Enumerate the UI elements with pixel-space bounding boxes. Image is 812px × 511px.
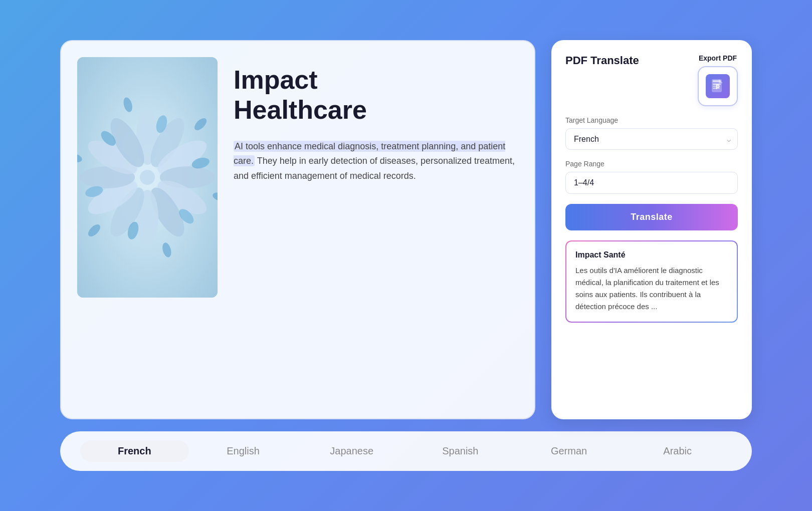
document-body: AI tools enhance medical diagnosis, trea… (234, 139, 518, 184)
document-content: Impact Healthcare AI tools enhance medic… (234, 57, 518, 184)
svg-text:P: P (716, 84, 720, 91)
tab-french[interactable]: French (80, 440, 189, 462)
tab-arabic[interactable]: Arabic (623, 440, 732, 462)
panel-header: PDF Translate Export PDF (565, 54, 738, 106)
translation-result-box: Impact Santé Les outils d'IA améliorent … (565, 240, 738, 323)
document-preview-card: Impact Healthcare AI tools enhance medic… (60, 40, 535, 419)
page-range-group: Page Range (565, 160, 738, 194)
export-pdf-button[interactable]: P (698, 66, 738, 106)
svg-point-26 (140, 170, 155, 185)
translate-button[interactable]: Translate (565, 204, 738, 230)
document-thumbnail (77, 57, 218, 298)
panel-title: PDF Translate (565, 54, 639, 69)
language-select-wrapper[interactable]: French English Spanish Japanese German A… (565, 128, 738, 150)
page-range-input[interactable] (565, 172, 738, 194)
pdf-file-icon: P (706, 74, 730, 98)
translation-text: Les outils d'IA améliorent le diagnostic… (575, 265, 728, 313)
language-tabs-bar: French English Japanese Spanish German A… (60, 431, 752, 471)
tab-japanese[interactable]: Japanese (297, 440, 406, 462)
target-language-label: Target Language (565, 116, 738, 124)
page-range-label: Page Range (565, 160, 738, 168)
tab-german[interactable]: German (515, 440, 624, 462)
translation-title: Impact Santé (575, 250, 728, 260)
translation-result-inner: Impact Santé Les outils d'IA améliorent … (566, 241, 737, 322)
export-pdf-area: Export PDF P (698, 54, 738, 106)
document-title: Impact Healthcare (234, 65, 518, 125)
tab-english[interactable]: English (189, 440, 298, 462)
language-select[interactable]: French English Spanish Japanese German A… (565, 128, 738, 150)
pdf-translate-panel: PDF Translate Export PDF (551, 40, 752, 419)
tab-spanish[interactable]: Spanish (406, 440, 515, 462)
target-language-group: Target Language French English Spanish J… (565, 116, 738, 150)
